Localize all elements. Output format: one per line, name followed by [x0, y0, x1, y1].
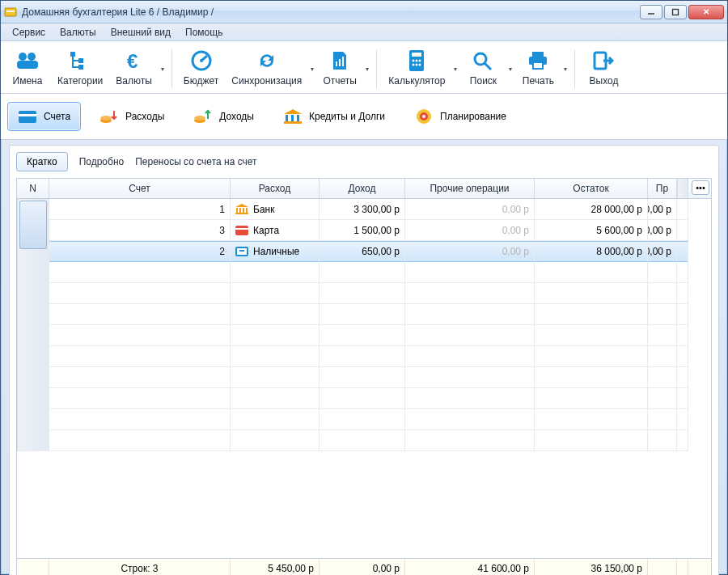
- toolbar-categories[interactable]: Категории: [51, 44, 109, 93]
- app-window: Домашняя бухгалтерия Lite 6 / Владимир /…: [0, 0, 728, 575]
- footer-balance: 36 150,00 р: [535, 559, 648, 575]
- empty-cell: [231, 304, 320, 325]
- col-extra[interactable]: Пр: [648, 179, 677, 198]
- cell-expense[interactable]: 1 500,00 р: [320, 220, 405, 241]
- empty-cell: [677, 367, 688, 388]
- titlebar: Домашняя бухгалтерия Lite 6 / Владимир /…: [1, 1, 727, 23]
- view-short[interactable]: Кратко: [16, 152, 68, 171]
- toolbar-search[interactable]: Поиск: [459, 44, 506, 93]
- empty-cell: [677, 430, 688, 451]
- col-n[interactable]: N: [17, 179, 49, 198]
- toolbar-reports[interactable]: Отчеты: [316, 44, 363, 93]
- section-accounts[interactable]: Счета: [7, 102, 81, 131]
- toolbar-budget[interactable]: Бюджет: [177, 44, 225, 93]
- exit-icon: [591, 49, 616, 72]
- table-options-button[interactable]: •••: [692, 180, 709, 195]
- cell-n[interactable]: 3: [49, 220, 231, 241]
- empty-cell: [535, 367, 648, 388]
- col-expense[interactable]: Расход: [231, 179, 320, 198]
- card-icon: [235, 225, 248, 236]
- cell-n[interactable]: 1: [49, 199, 231, 220]
- menu-help[interactable]: Помощь: [179, 25, 229, 40]
- toolbar-currencies[interactable]: € Валюты: [109, 44, 159, 93]
- footer-other: 41 600,00 р: [405, 559, 535, 575]
- toolbar-print[interactable]: Печать: [514, 44, 561, 93]
- close-button[interactable]: ✕: [688, 5, 724, 19]
- cell-other[interactable]: 28 000,00 р: [535, 199, 648, 220]
- cell-account[interactable]: Карта: [231, 220, 320, 241]
- cell-account[interactable]: Наличные: [231, 241, 320, 262]
- gauge-icon: [189, 49, 214, 72]
- table-header: N Счет Расход Доход Прочие операции Оста…: [17, 179, 711, 199]
- empty-cell: [231, 367, 320, 388]
- view-detail[interactable]: Подробно: [79, 156, 125, 167]
- section-planning[interactable]: Планирование: [404, 102, 517, 131]
- view-transfers[interactable]: Переносы со счета на счет: [135, 156, 256, 167]
- cell-expense[interactable]: 650,00 р: [320, 241, 405, 262]
- empty-cell: [320, 283, 405, 304]
- cell-income[interactable]: 0,00 р: [405, 241, 535, 262]
- toolbar: Имена Категории € Валюты ▾ Бюджет Синхро…: [1, 41, 727, 94]
- cell-n[interactable]: 2: [49, 241, 231, 262]
- toolbar-sync[interactable]: Синхронизация: [225, 44, 308, 93]
- report-icon: [328, 49, 352, 72]
- empty-cell: [49, 304, 231, 325]
- cell-expense[interactable]: 3 300,00 р: [320, 199, 405, 220]
- cell-extra[interactable]: [677, 241, 688, 262]
- table-footer: Строк: 3 5 450,00 р 0,00 р 41 600,00 р 3…: [17, 558, 711, 575]
- toolbar-currencies-dropdown[interactable]: ▾: [159, 44, 167, 93]
- account-name: Банк: [253, 204, 274, 215]
- toolbar-exit[interactable]: Выход: [580, 44, 627, 93]
- col-other[interactable]: Прочие операции: [405, 179, 535, 198]
- svg-rect-15: [339, 59, 341, 66]
- menu-currencies[interactable]: Валюты: [53, 25, 103, 40]
- scrollbar-thumb[interactable]: [19, 201, 47, 249]
- col-income[interactable]: Доход: [320, 179, 405, 198]
- section-bar: Счета Расходы Доходы Кредиты и Долги Пла…: [1, 94, 727, 140]
- svg-rect-31: [19, 111, 36, 123]
- empty-cell: [320, 388, 405, 409]
- maximize-button[interactable]: [664, 5, 687, 19]
- menu-service[interactable]: Сервис: [6, 25, 52, 40]
- cell-other[interactable]: 5 600,00 р: [535, 220, 648, 241]
- sync-icon: [255, 49, 279, 72]
- empty-cell: [535, 388, 648, 409]
- separator: [171, 49, 172, 88]
- section-expenses[interactable]: Расходы: [89, 102, 175, 131]
- svg-rect-47: [246, 208, 248, 213]
- cell-balance[interactable]: 7 350,00 р: [648, 241, 677, 262]
- cell-income[interactable]: 0,00 р: [405, 199, 535, 220]
- toolbar-search-dropdown[interactable]: ▾: [506, 44, 514, 93]
- empty-cell: [535, 325, 648, 346]
- toolbar-names[interactable]: Имена: [4, 44, 51, 93]
- empty-cell: [49, 367, 231, 388]
- empty-cell: [405, 304, 535, 325]
- toolbar-calculator-dropdown[interactable]: ▾: [451, 44, 459, 93]
- cell-balance[interactable]: 4 100,00 р: [648, 220, 677, 241]
- cell-balance[interactable]: 24 700,00 р: [648, 199, 677, 220]
- toolbar-calculator[interactable]: Калькулятор: [382, 44, 451, 93]
- section-credits[interactable]: Кредиты и Долги: [273, 102, 396, 131]
- empty-cell: [648, 283, 677, 304]
- empty-cell: [49, 409, 231, 430]
- minimize-button[interactable]: [640, 5, 662, 19]
- menu-view[interactable]: Внешний вид: [104, 25, 177, 40]
- toolbar-reports-dropdown[interactable]: ▾: [363, 44, 371, 93]
- empty-cell: [677, 325, 688, 346]
- vertical-scrollbar[interactable]: [17, 199, 49, 451]
- empty-cell: [49, 346, 231, 367]
- cell-income[interactable]: 0,00 р: [405, 220, 535, 241]
- empty-cell: [648, 346, 677, 367]
- section-label: Счета: [44, 111, 70, 122]
- toolbar-print-dropdown[interactable]: ▾: [561, 44, 569, 93]
- svg-point-24: [419, 64, 421, 66]
- toolbar-sync-dropdown[interactable]: ▾: [308, 44, 316, 93]
- cell-extra[interactable]: [677, 220, 688, 241]
- col-account[interactable]: Счет: [49, 179, 231, 198]
- col-balance[interactable]: Остаток: [535, 179, 648, 198]
- section-income[interactable]: Доходы: [183, 102, 265, 131]
- cell-account[interactable]: Банк: [231, 199, 320, 220]
- cell-extra[interactable]: [677, 199, 688, 220]
- empty-cell: [49, 325, 231, 346]
- cell-other[interactable]: 8 000,00 р: [535, 241, 648, 262]
